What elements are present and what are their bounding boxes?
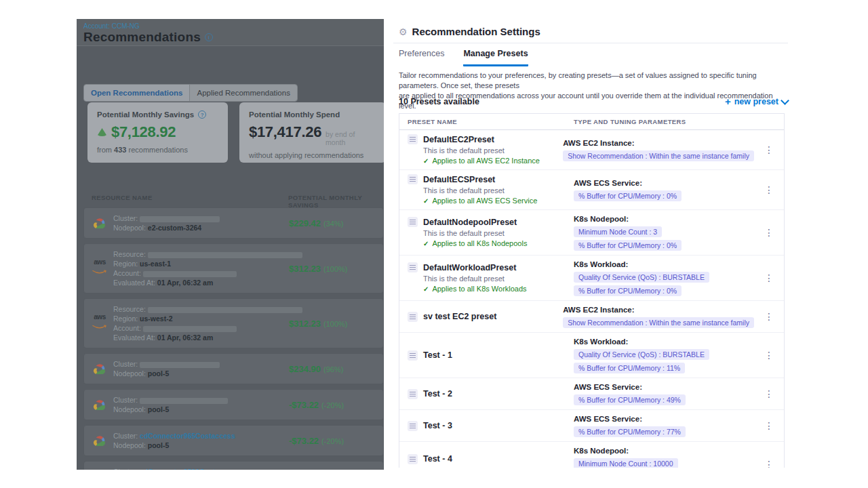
preset-type-label: K8s Workload:	[574, 260, 754, 269]
kebab-menu-icon[interactable]: ⋮	[754, 388, 784, 399]
preset-row: Test - 4 This is the default preset K8s …	[399, 442, 784, 468]
preset-rows: DefaultEC2Preset This is the default pre…	[399, 130, 784, 468]
preset-type-label: AWS EC2 Instance:	[563, 305, 754, 314]
tuning-parameter-chip: % Buffer for CPU/Memory : 49%	[574, 394, 686, 405]
preset-type-label: K8s Nodepool:	[574, 446, 754, 455]
cluster-link[interactable]: cdConnector8590Costaccess	[140, 468, 239, 470]
preset-type-label: AWS ECS Service:	[574, 414, 754, 424]
kebab-menu-icon[interactable]: ⋮	[754, 184, 784, 195]
tuning-parameter-chip: % Buffer for CPU/Memory : 11%	[574, 363, 685, 373]
preset-applies-to: ✓ Applies to all K8s Workloads	[423, 285, 574, 293]
gear-icon: ⚙	[399, 27, 408, 37]
settings-title: Recommendation Settings	[412, 26, 540, 37]
presets-table-header: PRESET NAME TYPE AND TUNING PARAMETERS	[399, 114, 784, 130]
tab-manage-presets[interactable]: Manage Presets	[463, 49, 528, 66]
preset-row: Test - 1 K8s Workload: Quality Of Servic…	[399, 333, 784, 378]
column-header-potential-savings: POTENTIAL MONTHLY SAVINGS	[288, 194, 384, 209]
kebab-menu-icon[interactable]: ⋮	[754, 311, 784, 322]
recommendation-settings-drawer: ⚙ Recommendation Settings Preferences Ma…	[384, 19, 793, 468]
drag-handle-icon[interactable]	[408, 312, 418, 322]
kebab-menu-icon[interactable]: ⋮	[754, 459, 784, 468]
info-icon[interactable]: i	[205, 33, 213, 41]
page-header: Account: CCM-NG Recommendations i	[77, 19, 384, 46]
savings-value: -$73.22(-20%)	[289, 399, 344, 411]
presets-table: PRESET NAME TYPE AND TUNING PARAMETERS D…	[399, 113, 785, 468]
tuning-parameter-chip: Minimum Node Count : 3	[574, 226, 662, 237]
preset-name: DefaultNodepoolPreset	[423, 218, 517, 227]
tab-open-recommendations[interactable]: Open Recommendations	[84, 85, 190, 101]
kebab-menu-icon[interactable]: ⋮	[754, 350, 784, 361]
recommendation-row[interactable]: aws Resource: Region: us-west-2Account: …	[83, 298, 384, 348]
resource-rows: aws Cluster: Nodepool: e2-custom-3264 $2…	[83, 207, 384, 470]
savings-amount: $7,128.92	[111, 123, 176, 141]
preset-type-label: AWS EC2 Instance:	[563, 138, 754, 148]
recommendation-row[interactable]: aws Cluster: Nodepool: pool-5 -$73.22(-2…	[83, 389, 384, 420]
drag-handle-icon[interactable]	[408, 350, 418, 361]
page-title: Recommendations	[83, 30, 201, 45]
drag-handle-icon[interactable]	[408, 262, 418, 272]
drag-handle-icon[interactable]	[408, 217, 418, 227]
spend-amount: $17,417.26	[249, 123, 321, 141]
tab-preferences[interactable]: Preferences	[399, 49, 444, 66]
preset-type-label: K8s Nodepool:	[574, 214, 754, 224]
check-icon: ✓	[423, 239, 429, 248]
savings-value: $312.23(100%)	[289, 262, 347, 274]
preset-type-label: AWS ECS Service:	[574, 382, 754, 392]
drag-handle-icon[interactable]	[408, 421, 418, 431]
preset-name: Test - 4	[423, 454, 452, 464]
kebab-menu-icon[interactable]: ⋮	[754, 272, 784, 283]
new-preset-button[interactable]: + new preset	[725, 97, 788, 106]
tuning-parameter-chip: Quality Of Service (QoS) : BURSTABLE	[574, 272, 709, 283]
preset-name: DefaultECSPreset	[423, 175, 495, 184]
preset-row: DefaultNodepoolPreset This is the defaul…	[399, 210, 784, 256]
recommendation-row[interactable]: aws Cluster: cdConnector8590CostaccessNo…	[83, 461, 384, 470]
drag-handle-icon[interactable]	[408, 134, 418, 144]
preset-name: Test - 3	[423, 421, 452, 430]
column-header-preset-name: PRESET NAME	[399, 118, 574, 125]
presets-count: 10 Presets available	[399, 97, 479, 106]
kebab-menu-icon[interactable]: ⋮	[754, 420, 784, 431]
preset-description: This is the default preset	[423, 274, 574, 283]
column-header-type-tuning: TYPE AND TUNING PARAMETERS	[574, 118, 784, 125]
recommendation-row[interactable]: aws Cluster: cdConnector965CostaccessNod…	[83, 425, 384, 456]
account-breadcrumb[interactable]: Account: CCM-NG	[83, 22, 140, 30]
preset-applies-to: ✓ Applies to all K8s Nodepools	[423, 239, 574, 248]
potential-monthly-savings-card: Potential Monthly Savings ? $7,128.92 fr…	[87, 102, 228, 163]
savings-leaf-icon	[97, 128, 107, 137]
title-divider	[393, 43, 788, 43]
kebab-menu-icon[interactable]: ⋮	[754, 144, 784, 155]
preset-row: Test - 2 AWS ECS Service: % Buffer for C…	[399, 378, 784, 410]
kebab-menu-icon[interactable]: ⋮	[754, 227, 784, 238]
drag-handle-icon[interactable]	[408, 454, 418, 464]
recommendation-row[interactable]: aws Resource: Region: us-east-1Account: …	[83, 243, 384, 293]
cluster-link[interactable]: cdConnector965Costaccess	[140, 432, 235, 440]
recommendation-row[interactable]: aws Cluster: Nodepool: e2-custom-3264 $2…	[83, 207, 384, 239]
check-icon: ✓	[423, 157, 429, 165]
spend-card-label: Potential Monthly Spend	[249, 110, 340, 119]
preset-row: DefaultEC2Preset This is the default pre…	[399, 130, 784, 170]
tuning-parameter-chip: Minimum Node Count : 10000	[574, 458, 678, 468]
preset-description: This is the default preset	[423, 466, 574, 468]
preset-applies-to: ✓ Applies to all AWS ECS Service	[423, 197, 574, 205]
savings-value: $234.90(96%)	[289, 363, 343, 375]
tuning-parameter-chip: % Buffer for CPU/Memory : 0%	[574, 240, 682, 251]
gcp-icon	[92, 218, 106, 229]
recommendation-row[interactable]: aws Cluster: Nodepool: pool-5 $234.90(96…	[83, 353, 384, 384]
preset-name: DefaultEC2Preset	[423, 135, 494, 144]
preset-name: Test - 2	[423, 389, 452, 399]
column-header-resource-name: RESOURCE NAME	[92, 194, 153, 201]
settings-tab-group: Preferences Manage Presets	[399, 49, 528, 66]
spend-subtext: without applying recommendations	[249, 151, 376, 159]
preset-type-label: K8s Workload:	[574, 337, 754, 346]
gcp-icon	[92, 435, 106, 447]
drag-handle-icon[interactable]	[408, 174, 418, 184]
preset-row: Test - 3 AWS ECS Service: % Buffer for C…	[399, 410, 784, 442]
preset-name: sv test EC2 preset	[423, 312, 496, 321]
preset-name: Test - 1	[423, 350, 452, 360]
drag-handle-icon[interactable]	[408, 389, 418, 399]
tuning-parameter-chip: % Buffer for CPU/Memory : 0%	[574, 190, 682, 201]
help-icon[interactable]: ?	[198, 110, 206, 119]
savings-subtext: from 433 recommendations	[97, 146, 218, 154]
preset-applies-to: ✓ Applies to all AWS EC2 Instance	[423, 157, 563, 165]
tab-applied-recommendations[interactable]: Applied Recommendations	[190, 85, 296, 101]
